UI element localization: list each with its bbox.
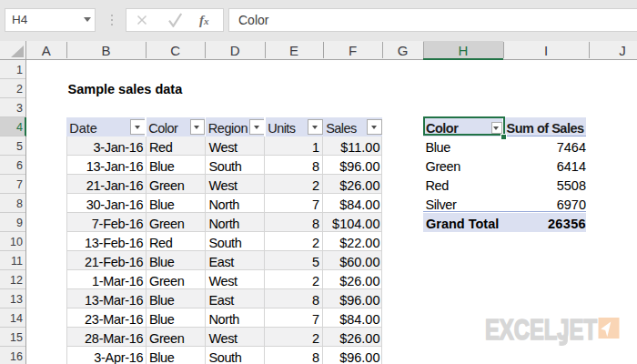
svg-text:EXCELJET: EXCELJET xyxy=(485,313,597,346)
